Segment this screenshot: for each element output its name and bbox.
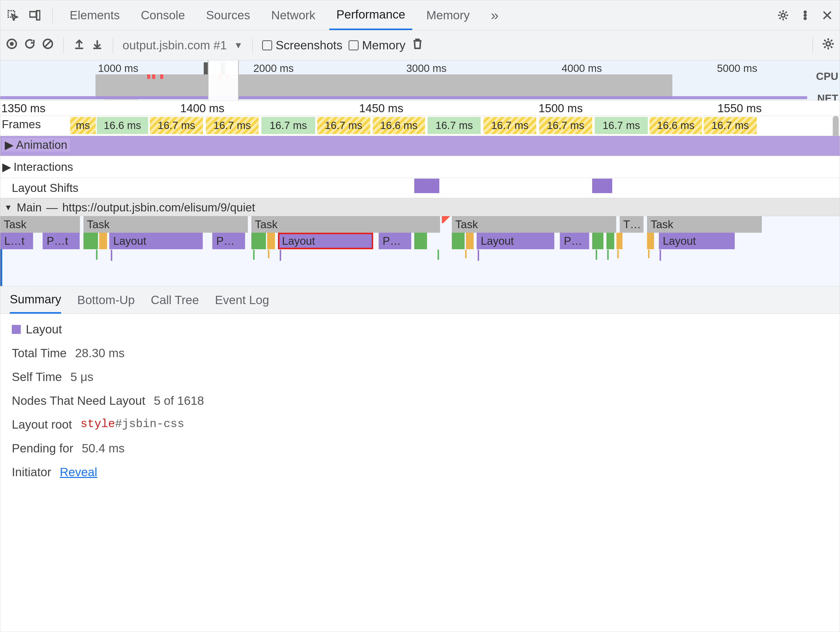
frame-cell[interactable]: 16.7 ms: [595, 117, 648, 134]
frame-cell[interactable]: 16.7 ms: [150, 117, 203, 134]
script-block[interactable]: [99, 233, 107, 249]
frame-cell[interactable]: 16.7 ms: [539, 117, 592, 134]
frame-cell[interactable]: 16.6 ms: [97, 117, 148, 134]
initiator-reveal-link[interactable]: Reveal: [60, 465, 97, 479]
svg-point-4: [804, 11, 806, 13]
interactions-track[interactable]: ▶ Interactions: [0, 156, 840, 178]
main-thread-header[interactable]: ▼ Main — https://output.jsbin.com/elisum…: [0, 198, 840, 216]
activity-block[interactable]: L…t: [0, 233, 33, 249]
recalc-style-block[interactable]: [84, 233, 98, 249]
tab-elements[interactable]: Elements: [63, 0, 127, 30]
recalc-style-block[interactable]: [592, 233, 603, 249]
task-block[interactable]: Task: [84, 216, 248, 233]
time-ruler[interactable]: 1350 ms 1400 ms 1450 ms 1500 ms 1550 ms: [0, 101, 840, 116]
layout-block[interactable]: Layout: [109, 233, 203, 249]
frame-cell[interactable]: 16.7 ms: [206, 117, 259, 134]
ruler-tick: 1450 ms: [359, 101, 403, 115]
separator: [52, 7, 53, 23]
script-block[interactable]: [267, 233, 275, 249]
recalc-style-block[interactable]: [606, 233, 614, 249]
layout-block[interactable]: Layout: [659, 233, 735, 249]
script-block[interactable]: [647, 233, 654, 249]
kebab-icon[interactable]: [797, 8, 813, 23]
tab-performance[interactable]: Performance: [329, 0, 412, 30]
track-title: Layout Shifts: [12, 181, 79, 195]
layout-shift-block[interactable]: [414, 179, 439, 193]
self-time-value: 5 μs: [70, 370, 93, 384]
total-time-row: Total Time 28.30 ms: [12, 346, 828, 360]
tab-sources[interactable]: Sources: [199, 0, 257, 30]
close-icon[interactable]: [820, 8, 835, 23]
frame-cell[interactable]: 16.7 ms: [483, 117, 537, 134]
frames-track[interactable]: Frames ms16.6 ms16.7 ms16.7 ms16.7 ms16.…: [0, 116, 840, 136]
recalc-style-block[interactable]: [452, 233, 464, 249]
pending-value: 50.4 ms: [82, 441, 125, 455]
paint-block[interactable]: P…: [212, 233, 245, 249]
trash-icon[interactable]: [412, 38, 423, 53]
layout-shift-block[interactable]: [592, 179, 612, 193]
tracks-area: Frames ms16.6 ms16.7 ms16.7 ms16.7 ms16.…: [0, 116, 840, 286]
tab-bottom-up[interactable]: Bottom-Up: [77, 286, 134, 314]
checkbox-label: Memory: [362, 38, 406, 52]
frames-track-label: Frames: [2, 118, 43, 131]
tab-summary[interactable]: Summary: [10, 286, 61, 314]
gear-icon[interactable]: [822, 38, 834, 53]
tab-event-log[interactable]: Event Log: [215, 286, 269, 314]
profiling-session-dropdown[interactable]: output.jsbin.com #1 ▼: [123, 38, 243, 52]
task-block[interactable]: Task: [452, 216, 616, 233]
event-type: Layout: [12, 322, 828, 336]
initiator-row: Initiator Reveal: [12, 465, 828, 479]
paint-block[interactable]: P…t: [43, 233, 79, 249]
upload-icon[interactable]: [73, 38, 85, 53]
frame-cell[interactable]: 16.7 ms: [428, 117, 481, 134]
collapse-icon[interactable]: ▶: [5, 138, 14, 151]
reload-icon[interactable]: [24, 38, 36, 53]
memory-checkbox[interactable]: Memory: [349, 38, 406, 52]
tab-memory[interactable]: Memory: [419, 0, 477, 30]
animation-track[interactable]: ▶ Animation: [0, 136, 840, 156]
frame-cell[interactable]: 16.6 ms: [373, 117, 425, 134]
paint-block[interactable]: P…: [560, 233, 589, 249]
paint-block[interactable]: P…: [379, 233, 412, 249]
svg-point-6: [804, 17, 806, 19]
frame-cell[interactable]: 16.7 ms: [261, 117, 315, 134]
download-icon[interactable]: [91, 38, 103, 53]
frame-cell[interactable]: ms: [70, 117, 96, 134]
overview-ticks: 1000 ms 2000 ms 3000 ms 4000 ms 5000 ms: [0, 60, 807, 76]
inspect-icon[interactable]: [5, 8, 20, 23]
screenshots-checkbox[interactable]: Screenshots: [262, 38, 343, 52]
frame-cell[interactable]: 16.6 ms: [649, 117, 702, 134]
nodes-label: Nodes That Need Layout: [12, 394, 145, 408]
frame-cell[interactable]: 16.7 ms: [704, 117, 757, 134]
layout-block[interactable]: Layout: [477, 233, 554, 249]
clear-icon[interactable]: [42, 38, 54, 53]
recalc-style-block[interactable]: [251, 233, 266, 249]
script-block[interactable]: [616, 233, 623, 249]
main-flame-chart[interactable]: TaskTaskTaskTaskT…Task L…tP…tLayoutP…Lay…: [0, 216, 840, 286]
task-block[interactable]: Task: [251, 216, 440, 233]
tab-console[interactable]: Console: [134, 0, 192, 30]
main-label: Main: [17, 201, 42, 214]
pending-label: Pending for: [12, 441, 73, 455]
record-icon[interactable]: [6, 38, 18, 53]
gear-icon[interactable]: [775, 8, 791, 23]
layout-root-value[interactable]: style#jsbin-css: [81, 418, 184, 431]
tab-network[interactable]: Network: [264, 0, 322, 30]
collapse-icon[interactable]: ▶: [2, 160, 11, 173]
overview-selection[interactable]: [208, 60, 239, 100]
interactions-track-label: ▶ Interactions: [2, 160, 73, 173]
device-toggle-icon[interactable]: [27, 8, 43, 23]
task-row: TaskTaskTaskTaskT…Task: [0, 216, 831, 233]
layout-shifts-track[interactable]: Layout Shifts: [0, 178, 840, 198]
collapse-icon[interactable]: ▼: [4, 203, 12, 212]
tab-call-tree[interactable]: Call Tree: [151, 286, 199, 314]
script-block[interactable]: [466, 233, 474, 249]
frame-cell[interactable]: 16.7 ms: [317, 117, 370, 134]
task-block[interactable]: Task: [0, 216, 80, 233]
tab-overflow[interactable]: »: [484, 0, 505, 30]
recalc-style-block[interactable]: [414, 233, 427, 249]
activity-mark: [660, 250, 661, 261]
task-block[interactable]: T…: [620, 216, 644, 233]
task-block[interactable]: Task: [647, 216, 761, 233]
cpu-overview[interactable]: 1000 ms 2000 ms 3000 ms 4000 ms 5000 ms …: [0, 60, 840, 101]
